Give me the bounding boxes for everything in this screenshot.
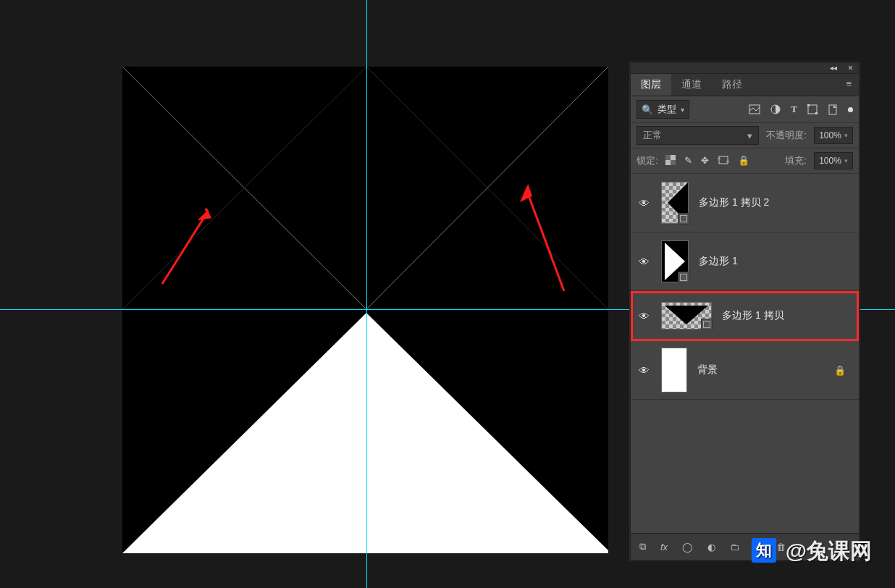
canvas-artwork (122, 67, 608, 553)
opacity-field[interactable]: 100% ▾ (814, 127, 853, 144)
fill-value: 100% (819, 156, 841, 166)
chevron-down-icon: ▾ (844, 157, 848, 164)
svg-line-7 (526, 190, 564, 291)
lock-pixels-icon[interactable]: ✎ (684, 155, 692, 167)
svg-rect-16 (665, 155, 671, 160)
lock-artboard-icon[interactable] (718, 155, 729, 167)
filter-type-select[interactable]: 🔍 类型 ▾ (636, 100, 689, 119)
app-stage: ◂◂ × 图层 通道 路径 ≡ 🔍 类型 ▾ T (0, 0, 895, 588)
vector-mask-badge (678, 272, 689, 283)
panel-tabs: 图层 通道 路径 ≡ (631, 74, 859, 96)
tab-layers[interactable]: 图层 (631, 74, 671, 96)
fill-field[interactable]: 100% ▾ (814, 152, 853, 169)
visibility-toggle-icon[interactable]: 👁 (636, 364, 651, 377)
layer-mask-icon[interactable]: ◯ (682, 542, 693, 553)
layer-row[interactable]: 👁 多边形 1 (631, 232, 859, 291)
search-icon: 🔍 (642, 104, 653, 115)
link-layers-icon[interactable]: ⧉ (639, 541, 646, 553)
guide-vertical[interactable] (366, 0, 367, 588)
chevron-down-icon: ▾ (681, 106, 684, 114)
visibility-toggle-icon[interactable]: 👁 (636, 310, 651, 322)
tab-channels[interactable]: 通道 (671, 74, 712, 96)
lock-all-icon[interactable]: 🔒 (738, 155, 749, 167)
svg-rect-17 (671, 160, 676, 165)
chevron-down-icon: ▾ (747, 130, 752, 141)
layer-lock-icon[interactable]: 🔒 (834, 365, 846, 376)
filter-type-t-icon[interactable]: T (791, 104, 797, 115)
visibility-toggle-icon[interactable]: 👁 (636, 197, 651, 209)
svg-rect-14 (829, 105, 836, 114)
opacity-value: 100% (819, 130, 841, 140)
layer-row-selected[interactable]: 👁 多边形 1 拷贝 (631, 291, 859, 341)
layer-row[interactable]: 👁 背景 🔒 (631, 341, 859, 400)
layers-panel: ◂◂ × 图层 通道 路径 ≡ 🔍 类型 ▾ T (630, 62, 860, 560)
layer-row[interactable]: 👁 多边形 1 拷贝 2 (631, 174, 859, 232)
chevron-down-icon: ▾ (844, 132, 848, 139)
layer-thumbnail[interactable] (661, 302, 712, 329)
layer-name[interactable]: 多边形 1 拷贝 (722, 309, 784, 322)
panel-collapse-icon[interactable]: ◂◂ (830, 64, 837, 72)
watermark: 知 @兔课网 (752, 537, 872, 566)
layers-list: 👁 多边形 1 拷贝 2 👁 多边形 1 👁 (631, 174, 859, 400)
filter-pixel-icon[interactable] (749, 104, 760, 115)
layer-thumbnail[interactable] (661, 348, 687, 392)
svg-line-5 (162, 211, 208, 284)
vector-mask-badge (701, 319, 713, 330)
svg-rect-13 (815, 112, 818, 114)
panel-close-icon[interactable]: × (848, 63, 853, 73)
watermark-text: @兔课网 (779, 539, 872, 563)
zhihu-logo: 知 (752, 538, 776, 563)
layer-name[interactable]: 背景 (697, 364, 718, 377)
svg-rect-18 (719, 156, 728, 164)
layer-filter-row: 🔍 类型 ▾ T (631, 96, 859, 123)
lock-transparency-icon[interactable] (665, 155, 676, 167)
lock-label: 锁定: (636, 154, 658, 167)
fill-label: 填充: (785, 154, 807, 167)
tab-paths[interactable]: 路径 (712, 74, 752, 96)
visibility-toggle-icon[interactable]: 👁 (636, 256, 651, 268)
filter-smartobject-icon[interactable] (828, 104, 838, 115)
layer-name[interactable]: 多边形 1 (699, 255, 738, 268)
layer-thumbnail[interactable] (661, 240, 689, 282)
blend-mode-select[interactable]: 正常 ▾ (636, 126, 759, 145)
vector-mask-badge (678, 213, 689, 224)
lock-icons: ✎ ✥ 🔒 (665, 155, 749, 167)
panel-header: ◂◂ × (631, 63, 859, 74)
svg-marker-0 (122, 313, 608, 553)
svg-marker-6 (201, 209, 210, 219)
filter-shape-icon[interactable] (807, 104, 818, 115)
filter-toggle-dot[interactable] (848, 104, 853, 115)
layer-fx-icon[interactable]: fx (660, 542, 668, 553)
layer-name[interactable]: 多边形 1 拷贝 2 (699, 196, 769, 209)
blend-row: 正常 ▾ 不透明度: 100% ▾ (631, 123, 859, 148)
filter-icons: T (749, 104, 853, 115)
blend-mode-value: 正常 (643, 129, 662, 142)
opacity-label: 不透明度: (766, 129, 807, 142)
layer-group-icon[interactable]: 🗀 (730, 542, 739, 553)
lock-position-icon[interactable]: ✥ (701, 155, 709, 167)
canvas[interactable] (122, 67, 608, 553)
filter-type-label: 类型 (657, 103, 676, 116)
panel-menu-icon[interactable]: ≡ (839, 74, 859, 96)
lock-row: 锁定: ✎ ✥ 🔒 填充: 100% ▾ (631, 148, 859, 174)
adjustment-layer-icon[interactable]: ◐ (707, 542, 715, 553)
svg-rect-12 (807, 104, 810, 106)
layer-thumbnail[interactable] (661, 182, 689, 224)
filter-adjustment-icon[interactable] (770, 104, 781, 115)
